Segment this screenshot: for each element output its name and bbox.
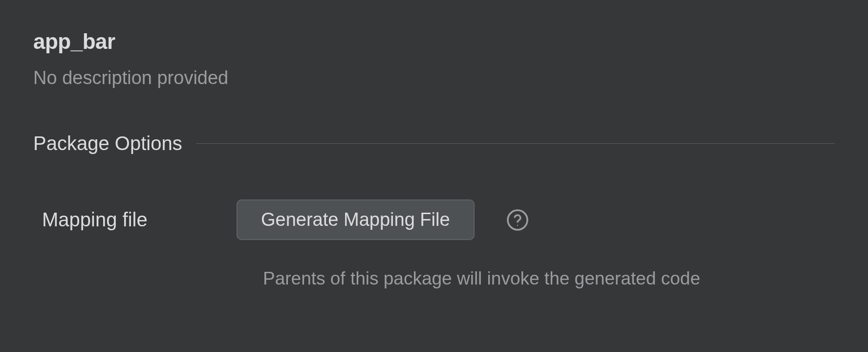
mapping-file-label: Mapping file — [42, 209, 237, 231]
section-header: Package Options — [33, 132, 835, 154]
package-title: app_bar — [33, 29, 835, 54]
help-icon[interactable] — [506, 208, 529, 232]
package-description: No description provided — [33, 67, 835, 88]
generate-mapping-file-button[interactable]: Generate Mapping File — [237, 199, 475, 240]
mapping-file-hint: Parents of this package will invoke the … — [33, 268, 835, 289]
svg-point-1 — [517, 224, 518, 225]
section-title: Package Options — [33, 132, 182, 154]
option-row-mapping-file: Mapping file Generate Mapping File — [33, 199, 835, 240]
section-divider — [196, 143, 835, 144]
svg-point-0 — [508, 210, 527, 230]
